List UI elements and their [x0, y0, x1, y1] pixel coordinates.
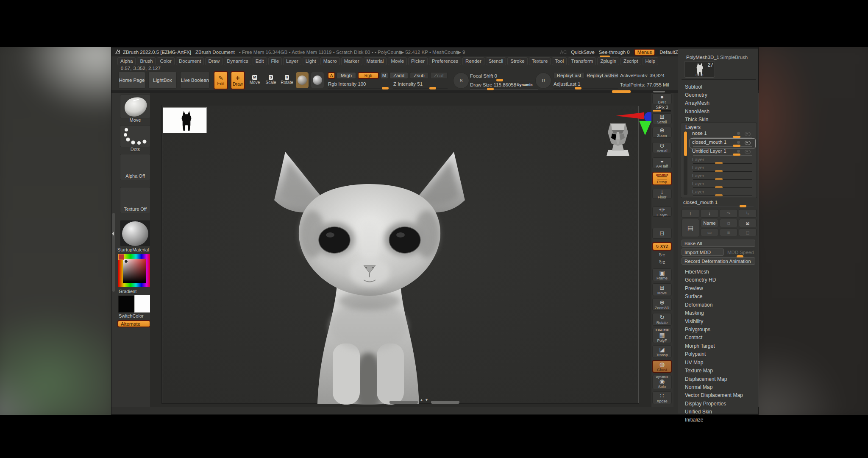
divider-handle-gray[interactable]	[653, 91, 665, 92]
dynamic-brush-button[interactable]: D	[535, 73, 551, 89]
persp-button[interactable]: Dynamic Persp	[652, 172, 672, 185]
menu-texture[interactable]: Texture	[529, 57, 551, 65]
menu-document[interactable]: Document	[176, 57, 204, 65]
spix-track[interactable]	[653, 110, 671, 112]
scroll-button[interactable]: ⊞ Scroll	[652, 113, 672, 124]
rgb-toggle[interactable]: Rgb	[358, 72, 379, 79]
section-fibermesh[interactable]: FiberMesh	[685, 269, 709, 275]
see-through-slider[interactable]: See-through 0	[599, 50, 630, 55]
z-intensity-slider[interactable]: Z Intensity 51	[393, 81, 423, 87]
camera-head-gizmo[interactable]	[605, 119, 631, 156]
layer-branch-button[interactable]: ↳	[739, 209, 757, 218]
section-subtool[interactable]: Subtool	[685, 84, 702, 90]
bake-all-button[interactable]: Bake All	[682, 240, 755, 247]
z-intensity-track[interactable]	[393, 88, 448, 89]
aahalf-button[interactable]: ◒ AAHalf	[652, 157, 672, 168]
replay-last-rel-button[interactable]: ReplayLastRel	[587, 72, 618, 79]
layer-up-button[interactable]: ↑	[682, 209, 699, 218]
layers-header[interactable]: Layers	[685, 124, 701, 130]
zcut-toggle[interactable]: Zcut	[430, 72, 448, 79]
dynamic-draw-size-toggle[interactable]: Dynamic	[517, 83, 533, 87]
layer-strength-track[interactable]	[693, 155, 752, 155]
section-texture-map[interactable]: Texture Map	[685, 368, 713, 374]
layer-row-empty[interactable]: Layer	[692, 189, 704, 194]
section-preview[interactable]: Preview	[685, 285, 703, 291]
canvas-scrollbar-left[interactable]	[389, 401, 418, 404]
layer-row-selected[interactable]: closed_mouth 1	[692, 140, 726, 145]
tab-simplebrush[interactable]: SimpleBrush	[720, 55, 748, 60]
section-initialize[interactable]: Initialize	[685, 417, 703, 423]
move-button[interactable]: M Move	[248, 73, 261, 85]
scroll-down-icon[interactable]: ▼	[425, 398, 428, 402]
menu-edit[interactable]: Edit	[253, 57, 267, 65]
section-masking[interactable]: Masking	[685, 310, 704, 316]
menu-zplugin[interactable]: Zplugin	[597, 57, 619, 65]
menu-movie[interactable]: Movie	[388, 57, 407, 65]
layer-strength-handle[interactable]	[715, 162, 723, 164]
see-through-handle[interactable]	[600, 56, 610, 57]
section-deformation[interactable]: Deformation	[685, 302, 712, 308]
draw-size-slider[interactable]: Draw Size 115.86058	[470, 82, 516, 87]
focal-shift-handle[interactable]	[496, 79, 503, 81]
camera-lock-button[interactable]: ⊡	[652, 228, 672, 239]
actual-button[interactable]: ⊙ Actual	[652, 142, 672, 153]
layer-record-dot[interactable]	[737, 132, 740, 135]
rotate-button[interactable]: R Rotate	[281, 73, 293, 85]
layer-strength-handle[interactable]	[715, 194, 723, 196]
section-display-properties[interactable]: Display Properties	[685, 401, 726, 407]
canvas-scrollbar-right[interactable]	[431, 401, 459, 404]
color-picker[interactable]	[118, 254, 150, 287]
duplicate-layer-button[interactable]: ⧉	[720, 219, 737, 227]
section-geometry-hd[interactable]: Geometry HD	[685, 277, 716, 283]
menu-draw[interactable]: Draw	[205, 57, 223, 65]
z-intensity-handle[interactable]	[429, 87, 436, 89]
layer-record-dot[interactable]	[737, 141, 740, 144]
menu-tool[interactable]: Tool	[552, 57, 567, 65]
layer-strength-track[interactable]	[693, 195, 752, 196]
section-polygroups[interactable]: Polygroups	[685, 327, 710, 332]
alternate-button[interactable]: Alternate	[117, 320, 150, 327]
layer-eye-icon[interactable]	[745, 150, 751, 154]
section-uv-map[interactable]: UV Map	[685, 360, 703, 366]
section-arraymesh[interactable]: ArrayMesh	[685, 100, 709, 106]
layer-strength-track[interactable]	[693, 146, 752, 146]
section-surface[interactable]: Surface	[685, 293, 702, 299]
y-rotation-button[interactable]: ↻Y	[652, 252, 672, 258]
section-geometry[interactable]: Geometry	[685, 92, 707, 98]
section-thickskin[interactable]: Thick Skin	[685, 117, 708, 123]
layer-strength-handle[interactable]	[715, 170, 723, 172]
color-picker-cursor[interactable]	[124, 260, 128, 263]
layer-strength-track[interactable]	[693, 137, 752, 137]
left-divider-grip[interactable]	[112, 213, 115, 292]
layer-eye-icon[interactable]	[745, 132, 751, 136]
canvas-area[interactable]: ▲ ▼	[150, 93, 651, 407]
layer-record-dot[interactable]	[737, 150, 740, 153]
layer-strength-track[interactable]	[693, 187, 752, 188]
menu-light[interactable]: Light	[303, 57, 319, 65]
layer-strength-handle[interactable]	[715, 186, 723, 188]
lightbox-button[interactable]: LightBox	[148, 72, 177, 89]
bpr-button[interactable]: ● BPR	[652, 93, 672, 104]
menu-stroke[interactable]: Stroke	[507, 57, 527, 65]
section-displacement-map[interactable]: Displacement Map	[685, 376, 727, 382]
menu-material[interactable]: Material	[364, 57, 387, 65]
layer-strength-handle[interactable]	[733, 145, 740, 147]
current-brush-button[interactable]	[120, 95, 150, 118]
layer-strength-handle[interactable]	[715, 178, 723, 180]
section-unified-skin[interactable]: Unified Skin	[685, 409, 712, 415]
focal-shift-slider[interactable]: Focal Shift 0	[470, 73, 497, 78]
menu-color[interactable]: Color	[157, 57, 174, 65]
adjust-last-slider[interactable]: AdjustLast 1	[554, 81, 580, 87]
zoom-button[interactable]: ⊕ Zoom	[652, 127, 672, 138]
color-picker-swatch[interactable]	[118, 254, 124, 260]
zsub-toggle[interactable]: Zsub	[410, 72, 428, 79]
layer-strength-track[interactable]	[693, 179, 752, 180]
section-morph-target[interactable]: Morph Target	[685, 343, 715, 349]
layer-eye-icon[interactable]	[745, 141, 751, 145]
secondary-color-swatch[interactable]	[134, 295, 151, 313]
zoom3d-button[interactable]: ⊕ Zoom3D	[652, 298, 672, 311]
mdd-speed-slider[interactable]: MDD Speed	[727, 250, 754, 255]
scale-button[interactable]: S Scale	[264, 73, 277, 85]
layer-redo-button[interactable]: ↷	[720, 209, 737, 218]
layer-intensity-slider[interactable]: closed_mouth 1	[683, 200, 718, 205]
